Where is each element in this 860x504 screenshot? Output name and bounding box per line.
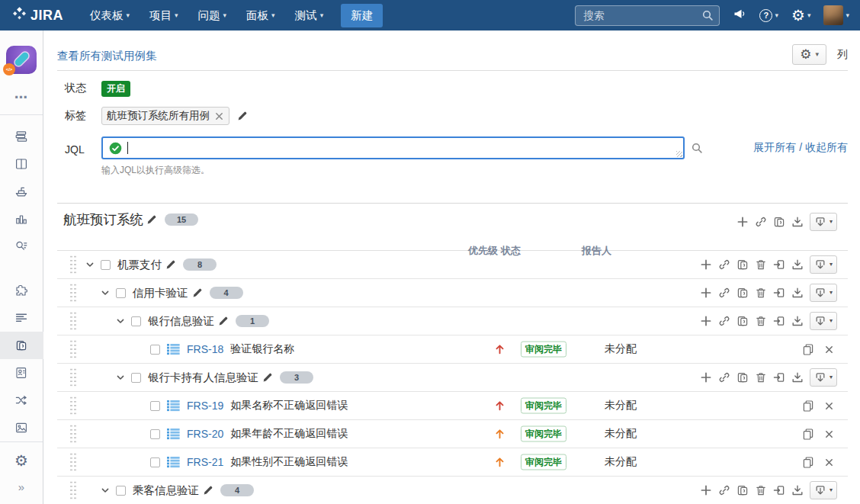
jql-input[interactable] bbox=[101, 136, 685, 159]
remove-button[interactable] bbox=[824, 457, 834, 467]
add-button[interactable] bbox=[700, 287, 712, 299]
import-button[interactable] bbox=[773, 371, 785, 384]
delete-button[interactable] bbox=[755, 287, 767, 299]
import-button[interactable] bbox=[773, 484, 785, 496]
export-dropdown-button[interactable]: ▾ bbox=[810, 481, 837, 499]
download-button[interactable] bbox=[791, 287, 804, 299]
link-button[interactable] bbox=[718, 371, 730, 384]
row-checkbox[interactable] bbox=[101, 260, 111, 270]
sidebar-collapse-icon[interactable]: » bbox=[18, 480, 24, 499]
remove-button[interactable] bbox=[824, 345, 834, 355]
sidebar-item-backlog[interactable] bbox=[0, 123, 43, 150]
sidebar-item-shuffle[interactable] bbox=[0, 387, 43, 414]
sidebar-item-board[interactable] bbox=[0, 150, 43, 178]
drag-handle-icon[interactable] bbox=[69, 283, 77, 303]
edit-group-icon[interactable] bbox=[192, 287, 203, 298]
testcase-button[interactable] bbox=[736, 484, 749, 496]
edit-group-icon[interactable] bbox=[165, 259, 176, 270]
settings-dropdown-button[interactable]: ⚙ ▾ bbox=[792, 44, 826, 65]
issue-key-link[interactable]: FRS-18 bbox=[187, 343, 223, 355]
sidebar-item-releases[interactable] bbox=[0, 178, 43, 205]
sidebar-item-test-plans[interactable] bbox=[0, 359, 43, 387]
link-button[interactable] bbox=[718, 484, 730, 496]
project-avatar[interactable] bbox=[6, 46, 37, 74]
sidebar-item-reports[interactable] bbox=[0, 205, 43, 233]
row-checkbox[interactable] bbox=[150, 401, 160, 411]
testcase-button[interactable] bbox=[736, 371, 749, 384]
nav-dashboards[interactable]: 仪表板▾ bbox=[80, 0, 140, 30]
megaphone-icon[interactable] bbox=[733, 7, 746, 24]
remove-button[interactable] bbox=[824, 429, 834, 439]
copy-button[interactable] bbox=[802, 456, 814, 468]
row-checkbox[interactable] bbox=[131, 373, 141, 383]
copy-button[interactable] bbox=[802, 400, 814, 412]
row-checkbox[interactable] bbox=[150, 345, 160, 355]
help-menu[interactable]: ?▾ bbox=[759, 9, 778, 22]
sidebar-item-addons[interactable] bbox=[0, 277, 43, 304]
user-menu[interactable]: ▾ bbox=[823, 5, 849, 25]
drag-handle-icon[interactable] bbox=[69, 339, 77, 359]
delete-button[interactable] bbox=[755, 371, 767, 384]
drag-handle-icon[interactable] bbox=[69, 368, 77, 387]
admin-menu[interactable]: ⚙▾ bbox=[791, 8, 810, 23]
sidebar-item-search-issues[interactable] bbox=[0, 233, 43, 260]
nav-issues[interactable]: 问题▾ bbox=[188, 0, 237, 30]
row-checkbox[interactable] bbox=[131, 316, 141, 326]
testcase-button[interactable] bbox=[736, 315, 749, 327]
drag-handle-icon[interactable] bbox=[69, 396, 77, 416]
import-button[interactable] bbox=[773, 287, 785, 299]
nav-projects[interactable]: 项目▾ bbox=[140, 0, 188, 30]
drag-handle-icon[interactable] bbox=[69, 311, 77, 331]
row-checkbox[interactable] bbox=[116, 288, 126, 298]
link-button[interactable] bbox=[718, 258, 730, 271]
chevron-down-icon[interactable] bbox=[86, 262, 94, 268]
testcase-button[interactable] bbox=[736, 258, 749, 271]
add-button[interactable] bbox=[700, 315, 712, 327]
sidebar-item-media[interactable] bbox=[0, 414, 43, 441]
more-icon[interactable]: ⋯ bbox=[14, 85, 28, 114]
import-button[interactable] bbox=[773, 315, 785, 327]
testcase-button[interactable] bbox=[736, 287, 749, 299]
export-dropdown-button[interactable]: ▾ bbox=[810, 312, 837, 330]
download-button[interactable] bbox=[791, 484, 804, 496]
remove-button[interactable] bbox=[824, 401, 834, 411]
link-button[interactable] bbox=[718, 315, 730, 327]
edit-labels-icon[interactable] bbox=[237, 111, 248, 121]
jql-search-icon[interactable] bbox=[691, 142, 704, 155]
chevron-down-icon[interactable] bbox=[117, 319, 124, 324]
sidebar-item-test-cases[interactable] bbox=[0, 332, 43, 359]
chevron-down-icon[interactable] bbox=[101, 488, 109, 493]
project-settings-icon[interactable]: ⚙ bbox=[14, 442, 28, 480]
expand-all-link[interactable]: 展开所有 bbox=[753, 141, 796, 153]
issue-key-link[interactable]: FRS-21 bbox=[187, 456, 223, 468]
row-checkbox[interactable] bbox=[150, 457, 160, 467]
view-all-testsets-link[interactable]: 查看所有测试用例集 bbox=[57, 49, 157, 63]
edit-group-icon[interactable] bbox=[218, 316, 229, 326]
testcase-button[interactable] bbox=[773, 216, 785, 228]
add-button[interactable] bbox=[700, 484, 712, 496]
export-dropdown-button[interactable]: ▾ bbox=[810, 284, 837, 302]
export-dropdown-button[interactable]: ▾ bbox=[810, 213, 837, 231]
drag-handle-icon[interactable] bbox=[69, 424, 77, 444]
delete-button[interactable] bbox=[755, 484, 767, 496]
delete-button[interactable] bbox=[755, 315, 767, 327]
copy-button[interactable] bbox=[802, 343, 814, 355]
drag-handle-icon[interactable] bbox=[69, 452, 77, 472]
edit-root-icon[interactable] bbox=[146, 214, 157, 225]
export-dropdown-button[interactable]: ▾ bbox=[810, 255, 837, 274]
row-checkbox[interactable] bbox=[116, 486, 126, 496]
add-button[interactable] bbox=[700, 371, 712, 384]
export-dropdown-button[interactable]: ▾ bbox=[810, 368, 837, 387]
link-button[interactable] bbox=[755, 216, 767, 228]
search-input[interactable] bbox=[575, 5, 720, 26]
edit-group-icon[interactable] bbox=[262, 372, 273, 383]
copy-button[interactable] bbox=[802, 428, 814, 440]
edit-group-icon[interactable] bbox=[203, 485, 213, 496]
jira-logo[interactable]: JIRA bbox=[12, 6, 63, 24]
download-button[interactable] bbox=[791, 371, 804, 384]
columns-button[interactable]: 列 bbox=[837, 48, 848, 62]
issue-key-link[interactable]: FRS-19 bbox=[187, 400, 223, 412]
link-button[interactable] bbox=[718, 287, 730, 299]
add-button[interactable] bbox=[700, 258, 712, 271]
chevron-down-icon[interactable] bbox=[117, 375, 124, 380]
